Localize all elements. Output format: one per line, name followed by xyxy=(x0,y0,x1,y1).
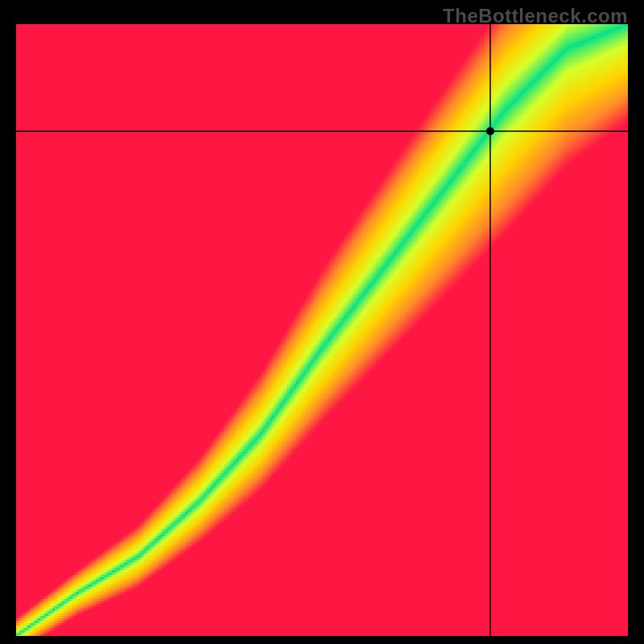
watermark-text: TheBottleneck.com xyxy=(443,5,628,27)
bottleneck-heatmap xyxy=(16,24,628,636)
chart-container: TheBottleneck.com xyxy=(0,0,644,644)
